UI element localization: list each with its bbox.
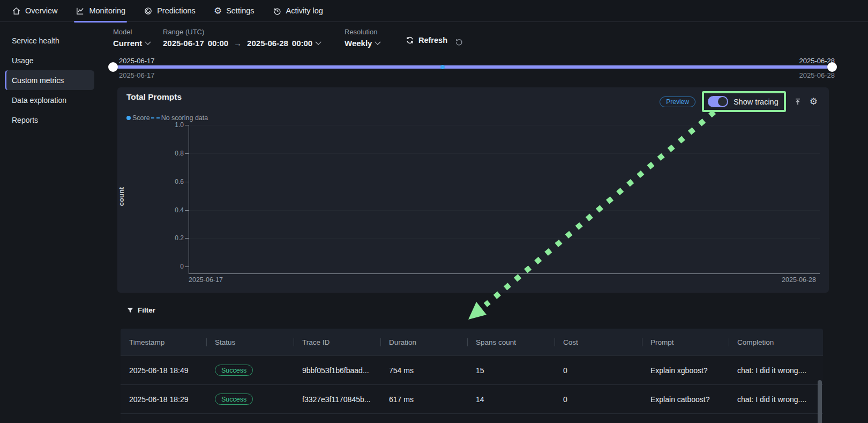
resolution-selector-block: Resolution Weekly	[345, 28, 380, 48]
column-header-duration[interactable]: Duration	[380, 338, 467, 346]
upload-icon[interactable]	[794, 98, 802, 106]
model-selector-block: Model Current	[113, 28, 150, 48]
status-badge: Success	[215, 394, 253, 405]
cell-prompt: Explain xgboost?	[642, 366, 729, 375]
y-tick-mark	[185, 125, 189, 125]
tab-label: Settings	[226, 6, 254, 15]
y-axis-line	[189, 125, 189, 273]
sidebar-item-data-exploration[interactable]: Data exploration	[5, 90, 94, 110]
range-arrow: →	[232, 39, 243, 48]
gridline	[189, 182, 820, 182]
column-header-spans-count[interactable]: Spans count	[467, 338, 555, 346]
y-tick-mark	[185, 210, 189, 211]
funnel-icon	[126, 307, 134, 314]
sidebar-item-reports[interactable]: Reports	[5, 110, 94, 130]
column-header-trace-id[interactable]: Trace ID	[294, 338, 380, 346]
total-prompts-chart-card: Total Prompts Preview Show tracing ⚙ Sco…	[117, 87, 829, 293]
gear-icon[interactable]: ⚙	[810, 97, 818, 106]
refresh-label: Refresh	[418, 36, 447, 44]
column-header-prompt[interactable]: Prompt	[642, 338, 729, 346]
sidebar: Service health Usage Custom metrics Data…	[0, 22, 105, 423]
cell-trace-id: 9bbf053f1b6fbaad...	[294, 366, 380, 375]
line-chart-icon	[76, 6, 85, 16]
range-dropdown[interactable]: 2025-06-17 00:00 → 2025-06-28 00:00	[163, 39, 320, 48]
slider-track[interactable]	[110, 65, 835, 69]
home-icon	[12, 6, 21, 16]
tab-activity-log[interactable]: Activity log	[273, 0, 323, 22]
show-tracing-toggle[interactable]	[708, 96, 728, 107]
y-tick-mark	[185, 182, 189, 182]
gridline	[189, 210, 820, 211]
cell-timestamp: 2025-06-18 18:29	[121, 395, 206, 404]
tab-predictions[interactable]: Predictions	[144, 0, 196, 22]
filter-label: Filter	[138, 306, 155, 314]
status-badge: Success	[215, 365, 253, 376]
column-header-timestamp[interactable]: Timestamp	[121, 338, 206, 346]
gridline	[189, 153, 820, 154]
cell-prompt: Explain catboost?	[642, 395, 729, 404]
tab-settings[interactable]: ⚙ Settings	[214, 0, 255, 22]
column-header-status[interactable]: Status	[206, 338, 294, 346]
range-end-time: 00:00	[292, 39, 312, 48]
sidebar-item-custom-metrics[interactable]: Custom metrics	[5, 70, 94, 90]
legend-dot-icon	[126, 116, 131, 120]
sidebar-item-usage[interactable]: Usage	[5, 50, 94, 70]
slider-midpoint-marker	[440, 65, 445, 69]
range-start-time: 00:00	[208, 39, 228, 48]
table-row[interactable]: 2025-06-18 18:49 Success 9bbf053f1b6fbaa…	[121, 355, 823, 384]
cell-completion: chat: I did it wrong....	[729, 366, 816, 375]
range-label: Range (UTC)	[163, 28, 320, 36]
y-tick-mark	[185, 238, 189, 239]
y-tick-mark	[185, 266, 189, 267]
legend-label: No scoring data	[161, 114, 208, 122]
model-label: Model	[113, 28, 150, 36]
y-tick-mark	[185, 153, 189, 154]
chart-title: Total Prompts	[126, 92, 182, 102]
slider-handle-end[interactable]	[827, 62, 837, 72]
table-scrollbar-thumb[interactable]	[818, 380, 822, 423]
resolution-value: Weekly	[345, 39, 372, 48]
cell-spans-count: 15	[467, 366, 555, 375]
date-range-slider: 2025-06-17 2025-06-17 2025-06-28 2025-06…	[105, 54, 868, 84]
legend-label: Score	[132, 114, 150, 122]
model-value: Current	[113, 39, 142, 48]
y-tick-label: 0.4	[164, 206, 184, 214]
cell-duration: 754 ms	[380, 366, 467, 375]
cell-completion: chat: I did it wrong....	[729, 395, 816, 404]
table-row[interactable]: 2025-06-18 18:29 Success f3327e3f1170845…	[121, 384, 823, 413]
preview-badge: Preview	[660, 97, 695, 107]
tab-monitoring[interactable]: Monitoring	[76, 0, 125, 22]
range-start-date: 2025-06-17	[163, 39, 204, 48]
refresh-button[interactable]: Refresh	[406, 36, 447, 44]
gridline	[189, 125, 820, 125]
cell-cost: 0	[555, 366, 642, 375]
x-axis-line	[189, 273, 820, 274]
cell-status: Success	[206, 394, 294, 405]
undo-icon[interactable]	[454, 37, 463, 46]
slider-start-value: 2025-06-17	[119, 71, 155, 79]
chart-actions: Preview Show tracing ⚙	[660, 91, 818, 112]
model-dropdown[interactable]: Current	[113, 39, 150, 48]
resolution-dropdown[interactable]: Weekly	[345, 39, 380, 48]
top-nav: Overview Monitoring Predictions ⚙ Settin…	[0, 0, 868, 22]
gear-icon: ⚙	[214, 6, 222, 16]
history-icon	[273, 6, 282, 16]
target-icon	[144, 6, 153, 16]
tab-overview[interactable]: Overview	[12, 0, 57, 22]
legend-item-no-scoring-data[interactable]: No scoring data	[150, 114, 208, 122]
chevron-down-icon	[375, 39, 381, 44]
cell-status: Success	[206, 365, 294, 376]
column-header-completion[interactable]: Completion	[729, 338, 816, 346]
chart-legend: Score No scoring data	[126, 114, 208, 122]
slider-handle-start[interactable]	[108, 62, 118, 72]
column-header-cost[interactable]: Cost	[555, 338, 642, 346]
sidebar-item-service-health[interactable]: Service health	[5, 31, 94, 50]
cell-duration: 617 ms	[380, 395, 467, 404]
cell-trace-id: f3327e3f1170845b...	[294, 395, 380, 404]
tab-label: Predictions	[157, 6, 196, 15]
y-tick-label: 0.6	[164, 178, 184, 185]
resolution-label: Resolution	[345, 28, 380, 36]
show-tracing-label: Show tracing	[734, 98, 779, 106]
filter-control[interactable]: Filter	[126, 306, 155, 314]
legend-item-score[interactable]: Score	[126, 114, 150, 122]
